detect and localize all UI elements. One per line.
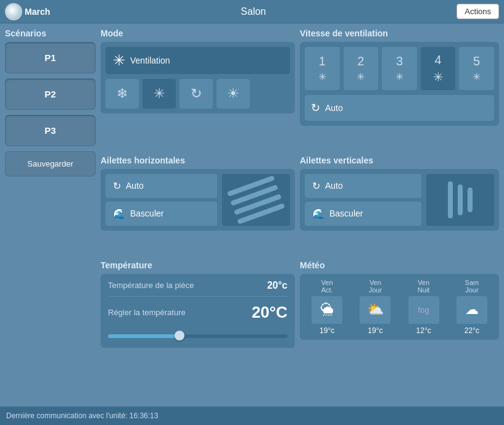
- actions-button[interactable]: Actions: [456, 4, 499, 19]
- ailettes-h-toggle-button[interactable]: 🌊 Basculer: [105, 202, 217, 226]
- speed-5-icon: ✳: [473, 71, 481, 83]
- set-temp-value: 20°C: [252, 303, 287, 322]
- meteo-day-1-icon: ⛅: [360, 296, 390, 324]
- meteo-box: VenAct. 🌦 19°c VenJour ⛅ 19°c VenNuit fo…: [300, 274, 499, 340]
- auto-speed-icon: ↻: [311, 101, 320, 115]
- vitesse-box: 1 ✳ 2 ✳ 3 ✳ 4 ✳ 5 ✳: [300, 42, 499, 126]
- meteo-section: Météo VenAct. 🌦 19°c VenJour ⛅ 19°c VenN…: [300, 260, 499, 378]
- speed-2-button[interactable]: 2 ✳: [344, 47, 379, 90]
- meteo-day-0-label: VenAct.: [321, 279, 333, 294]
- main-content: Scénarios P1 P2 P3 Sauvegarder Mode ✳ Ve…: [0, 23, 504, 406]
- speed-2-num: 2: [357, 54, 364, 68]
- temp-slider[interactable]: [108, 329, 287, 342]
- ailettes-v-auto-icon: ↻: [312, 180, 320, 192]
- page-title: Salon: [241, 6, 266, 17]
- meteo-day-0-icon: 🌦: [312, 296, 342, 324]
- auto-speed-label: Auto: [325, 103, 343, 113]
- meteo-day-1-label: VenJour: [369, 279, 382, 294]
- ailettes-v-toggle-icon: 🌊: [312, 208, 324, 220]
- mode-active-label: Ventilation: [130, 56, 170, 65]
- slat-v-2: [458, 184, 463, 215]
- slats-v-display: [448, 181, 473, 218]
- speed-3-button[interactable]: 3 ✳: [382, 47, 417, 90]
- slider-fill: [108, 334, 180, 338]
- footer: Dernière communication avec l'unité: 16:…: [0, 406, 504, 425]
- logo-circle: [5, 3, 22, 20]
- meteo-days-grid: VenAct. 🌦 19°c VenJour ⛅ 19°c VenNuit fo…: [305, 279, 494, 335]
- ailettes-v-section: Ailettes verticales ↻ Auto 🌊 Basculer: [300, 155, 499, 260]
- meteo-day-0-temp: 19°c: [320, 326, 334, 335]
- mode-fan-button[interactable]: ✳: [143, 79, 176, 109]
- save-button[interactable]: Sauvegarder: [5, 151, 96, 176]
- mode-box: ✳ Ventilation ❄ ✳ ↻ ☀: [101, 42, 295, 113]
- meteo-day-3: SamJour ☁ 22°c: [450, 279, 494, 335]
- meteo-day-3-label: SamJour: [465, 279, 479, 294]
- mode-heat-button[interactable]: ☀: [217, 79, 250, 109]
- speed-5-num: 5: [473, 54, 480, 68]
- meteo-day-2: VenNuit fog 12°c: [402, 279, 446, 335]
- mode-active-icon: ✳: [113, 52, 125, 69]
- ailettes-h-section: Ailettes horizontales ↻ Auto 🌊 Basculer: [101, 155, 300, 260]
- ailettes-h-box: ↻ Auto 🌊 Basculer: [101, 169, 295, 231]
- speed-1-icon: ✳: [318, 71, 326, 83]
- meteo-day-2-temp: 12°c: [416, 326, 431, 335]
- mode-cool-button[interactable]: ❄: [105, 79, 139, 109]
- meteo-label: Météo: [300, 260, 499, 270]
- ailettes-h-controls: ↻ Auto 🌊 Basculer: [105, 174, 217, 226]
- mode-active-display: ✳ Ventilation: [105, 47, 290, 74]
- meteo-day-3-temp: 22°c: [465, 326, 479, 335]
- ailettes-v-controls: ↻ Auto 🌊 Basculer: [305, 174, 421, 226]
- speed-1-num: 1: [319, 54, 326, 68]
- ailettes-v-toggle-button[interactable]: 🌊 Basculer: [305, 202, 421, 226]
- ailettes-h-label: Ailettes horizontales: [101, 155, 295, 165]
- scenario-p2-button[interactable]: P2: [5, 78, 96, 110]
- speed-4-num: 4: [435, 53, 442, 67]
- ailettes-v-box: ↻ Auto 🌊 Basculer: [300, 169, 499, 231]
- speed-2-icon: ✳: [357, 71, 365, 83]
- temperature-box: Température de la pièce 20°c Régler la t…: [101, 274, 295, 348]
- meteo-day-2-label: VenNuit: [418, 279, 430, 294]
- speed-4-button[interactable]: 4 ✳: [421, 47, 456, 90]
- room-temp-value: 20°c: [267, 280, 287, 291]
- mode-icons-row: ❄ ✳ ↻ ☀: [105, 79, 290, 109]
- ailettes-v-visual: [426, 174, 494, 226]
- vitesse-label: Vitesse de ventilation: [300, 28, 499, 38]
- ailettes-h-toggle-label: Basculer: [130, 208, 163, 218]
- meteo-day-2-icon: fog: [408, 296, 439, 324]
- ailettes-v-auto-label: Auto: [325, 181, 343, 191]
- scenario-p1-button[interactable]: P1: [5, 42, 96, 73]
- room-temp-label: Température de la pièce: [108, 281, 194, 290]
- set-temp-label: Régler la température: [108, 308, 186, 317]
- speed-5-button[interactable]: 5 ✳: [459, 47, 494, 90]
- speed-3-num: 3: [396, 54, 403, 68]
- ailettes-v-auto-button[interactable]: ↻ Auto: [305, 174, 421, 198]
- ailettes-h-auto-button[interactable]: ↻ Auto: [105, 174, 217, 198]
- meteo-day-3-icon: ☁: [456, 296, 487, 324]
- ailettes-h-toggle-icon: 🌊: [113, 208, 125, 220]
- ailettes-v-label: Ailettes verticales: [300, 155, 499, 165]
- mode-section: Mode ✳ Ventilation ❄ ✳ ↻ ☀: [101, 28, 300, 155]
- mode-auto-button[interactable]: ↻: [180, 79, 213, 109]
- temperature-label: Température: [101, 260, 295, 270]
- slat-v-3: [468, 188, 473, 212]
- logo-text: March: [25, 7, 50, 17]
- footer-text: Dernière communication avec l'unité: 16:…: [6, 411, 158, 420]
- vitesse-section: Vitesse de ventilation 1 ✳ 2 ✳ 3 ✳ 4 ✳: [300, 28, 499, 155]
- speed-3-icon: ✳: [395, 71, 403, 83]
- ailettes-h-auto-label: Auto: [126, 181, 144, 191]
- scenarios-label: Scénarios: [5, 28, 96, 38]
- scenario-p3-button[interactable]: P3: [5, 115, 96, 146]
- slider-thumb[interactable]: [175, 331, 184, 340]
- speed-4-icon: ✳: [433, 70, 444, 85]
- auto-speed-button[interactable]: ↻ Auto: [305, 95, 494, 121]
- slat-v-1: [448, 181, 453, 218]
- slats-h-display: [227, 175, 285, 225]
- meteo-day-1-temp: 19°c: [368, 326, 382, 335]
- ailettes-h-visual: [222, 174, 290, 226]
- speed-1-button[interactable]: 1 ✳: [305, 47, 340, 90]
- scenarios-section: Scénarios P1 P2 P3 Sauvegarder: [5, 28, 101, 402]
- mode-label: Mode: [101, 28, 295, 38]
- room-temp-row: Température de la pièce 20°c: [108, 280, 287, 297]
- temperature-section: Température Température de la pièce 20°c…: [101, 260, 300, 378]
- speed-buttons-row: 1 ✳ 2 ✳ 3 ✳ 4 ✳ 5 ✳: [305, 47, 494, 90]
